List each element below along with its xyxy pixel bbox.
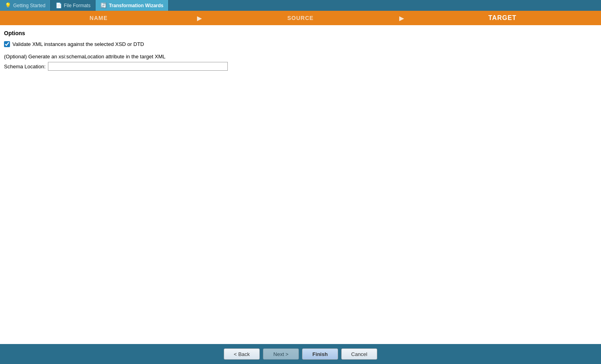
- finish-button[interactable]: Finish: [302, 348, 338, 360]
- tab-getting-started[interactable]: 💡 Getting Started: [0, 0, 51, 11]
- section-title: Options: [4, 30, 597, 36]
- schema-location-input[interactable]: [48, 62, 228, 71]
- cancel-button[interactable]: Cancel: [341, 348, 377, 360]
- back-button[interactable]: < Back: [224, 348, 260, 360]
- tab-transformation-wizards-label: Transformation Wizards: [109, 3, 163, 8]
- validate-checkbox[interactable]: [4, 41, 10, 47]
- schema-location-label: Schema Location:: [4, 64, 46, 70]
- arrow-1: ▶: [197, 14, 202, 22]
- tab-transformation-wizards[interactable]: 🔄 Transformation Wizards: [96, 0, 169, 11]
- lightbulb-icon: 💡: [5, 2, 11, 8]
- bottom-bar: < Back Next > Finish Cancel: [0, 344, 601, 364]
- validate-checkbox-label[interactable]: Validate XML instances against the selec…: [12, 41, 144, 47]
- next-button[interactable]: Next >: [263, 348, 299, 360]
- schema-location-row: Schema Location:: [4, 62, 597, 71]
- main-content: Options Validate XML instances against t…: [0, 25, 601, 344]
- arrow-2: ▶: [399, 14, 404, 22]
- tab-bar: 💡 Getting Started 📄 File Formats 🔄 Trans…: [0, 0, 601, 11]
- tab-getting-started-label: Getting Started: [13, 3, 46, 8]
- step-name: NAME: [0, 15, 197, 21]
- tab-file-formats[interactable]: 📄 File Formats: [51, 0, 96, 11]
- step-source: SOURCE: [202, 15, 399, 21]
- wizard-icon: 🔄: [100, 2, 107, 8]
- tab-file-formats-label: File Formats: [64, 3, 91, 8]
- file-icon: 📄: [56, 2, 62, 8]
- progress-bar: NAME ▶ SOURCE ▶ TARGET: [0, 11, 601, 25]
- validate-checkbox-row: Validate XML instances against the selec…: [4, 41, 597, 47]
- optional-text: (Optional) Generate an xsi:schemaLocatio…: [4, 54, 597, 60]
- step-target: TARGET: [404, 14, 601, 22]
